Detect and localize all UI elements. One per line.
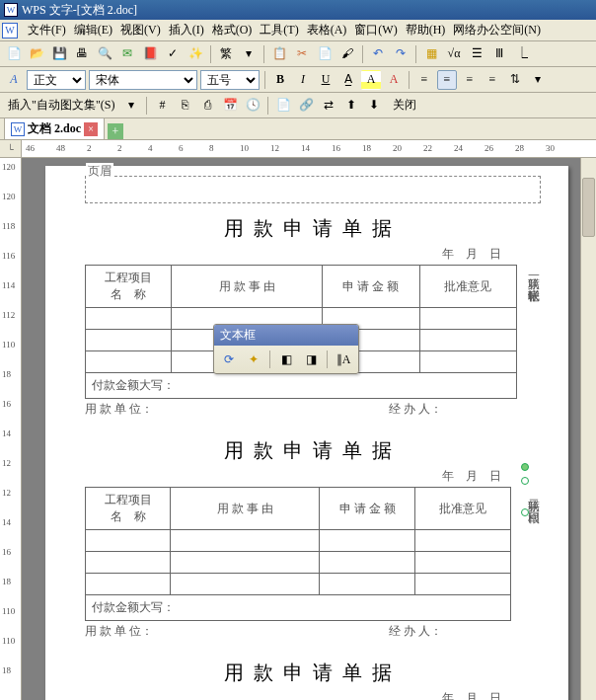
trad-button[interactable]: 繁: [216, 44, 236, 64]
paste-button[interactable]: 📄: [315, 44, 335, 64]
table-cell[interactable]: [320, 530, 415, 552]
menu-format[interactable]: 格式(O): [208, 20, 257, 40]
date-button[interactable]: 📅: [220, 96, 240, 116]
table-cell[interactable]: [86, 330, 172, 351]
align-right-button[interactable]: ≡: [460, 70, 480, 90]
amount-words-row[interactable]: 付款金额大写：: [86, 595, 511, 621]
size-combo[interactable]: 五号: [200, 70, 260, 90]
autotext-label[interactable]: 插入"自动图文集"(S): [4, 97, 118, 114]
vertical-ruler[interactable]: 1201201181161141121101816141212141618110…: [0, 158, 22, 700]
bold-button[interactable]: B: [270, 70, 290, 90]
table-cell[interactable]: [171, 552, 320, 574]
switch-hf-button[interactable]: ⇄: [319, 96, 338, 116]
prev-textbox-button[interactable]: ◧: [275, 349, 297, 370]
undo-button[interactable]: ↶: [368, 44, 388, 64]
table-cell[interactable]: [320, 552, 415, 574]
table-cell[interactable]: [419, 330, 516, 351]
more-button[interactable]: ▾: [528, 70, 548, 90]
pdf-button[interactable]: 📕: [140, 44, 160, 64]
copy-button[interactable]: 📋: [269, 44, 289, 64]
mail-button[interactable]: ✉: [117, 44, 137, 64]
align-justify-button[interactable]: ≡: [483, 70, 502, 90]
vertical-scrollbar[interactable]: [580, 158, 596, 700]
font-color-button[interactable]: A: [384, 70, 404, 90]
text-direction-button[interactable]: ∥A: [333, 349, 354, 370]
selection-handle[interactable]: [521, 508, 529, 516]
menu-table[interactable]: 表格(A): [303, 20, 351, 40]
menu-net[interactable]: 网络办公空间(N): [449, 20, 545, 40]
outline-button[interactable]: ⎿: [512, 44, 532, 64]
textbox-toolbar-title[interactable]: 文本框: [214, 325, 358, 346]
close-tab-icon[interactable]: ×: [84, 122, 98, 136]
format-painter-button[interactable]: 🖌: [337, 44, 357, 64]
save-button[interactable]: 💾: [49, 44, 69, 64]
menu-file[interactable]: 文件(F): [24, 20, 70, 40]
align-left-button[interactable]: ≡: [414, 70, 434, 90]
style-combo[interactable]: 正文: [27, 70, 86, 90]
new-tab-button[interactable]: +: [108, 123, 123, 139]
table-button[interactable]: ▦: [421, 44, 441, 64]
prev-section-button[interactable]: ⬆: [341, 96, 361, 116]
table-cell[interactable]: [86, 574, 171, 595]
document-tab[interactable]: W 文档 2.doc ×: [4, 117, 105, 139]
textbox-toolbar[interactable]: 文本框 ⟳ ✦ ◧ ◨ ∥A: [213, 324, 359, 374]
time-button[interactable]: 🕓: [243, 96, 262, 116]
link-prev-button[interactable]: 🔗: [296, 96, 316, 116]
next-textbox-button[interactable]: ◨: [300, 349, 322, 370]
next-section-button[interactable]: ⬇: [364, 96, 384, 116]
preview-button[interactable]: 🔍: [95, 44, 114, 64]
menu-help[interactable]: 帮助(H): [402, 20, 450, 40]
trad-dropdown[interactable]: ▾: [239, 44, 259, 64]
close-hf-button[interactable]: 关闭: [387, 95, 422, 116]
menu-tools[interactable]: 工具(T): [256, 20, 302, 40]
page-header-area[interactable]: 页眉: [85, 176, 541, 203]
amount-words-row[interactable]: 付款金额大写：: [86, 373, 517, 399]
menu-view[interactable]: 视图(V): [116, 20, 165, 40]
table-cell[interactable]: [419, 351, 516, 373]
equation-button[interactable]: √α: [444, 44, 464, 64]
italic-button[interactable]: I: [293, 70, 313, 90]
table-cell[interactable]: [86, 530, 171, 552]
spell-button[interactable]: ✓: [163, 44, 183, 64]
font-format-icon[interactable]: A: [4, 70, 24, 90]
menu-window[interactable]: 窗口(W): [350, 20, 401, 40]
ruler-button[interactable]: Ⅲ: [489, 44, 509, 64]
print-button[interactable]: 🖶: [72, 44, 92, 64]
new-button[interactable]: 📄: [4, 44, 24, 64]
font-combo[interactable]: 宋体: [89, 70, 197, 90]
strike-button[interactable]: A̲: [338, 70, 358, 90]
columns-button[interactable]: ☰: [467, 44, 486, 64]
selection-handle[interactable]: [521, 477, 529, 485]
page-count-button[interactable]: ⎘: [175, 96, 194, 116]
table-cell[interactable]: [415, 552, 511, 574]
table-cell[interactable]: [415, 574, 511, 595]
table-cell[interactable]: [86, 308, 172, 330]
document-canvas[interactable]: 页眉 用款申请单据 年 月 日 工程项目名 称 用 款 事 由 申 请 金 额 …: [22, 158, 596, 700]
table-cell[interactable]: [320, 574, 415, 595]
table-cell[interactable]: [171, 530, 320, 552]
highlight-button[interactable]: A: [361, 70, 381, 90]
table-cell[interactable]: [415, 530, 511, 552]
side-label-2[interactable]: 第二联 回根: [523, 487, 541, 506]
table-cell[interactable]: [419, 308, 516, 330]
page-setup-button[interactable]: 📄: [273, 96, 293, 116]
underline-button[interactable]: U: [316, 70, 335, 90]
scrollbar-thumb[interactable]: [582, 178, 595, 237]
format-pagenum-button[interactable]: ⎙: [197, 96, 217, 116]
table-cell[interactable]: [86, 351, 172, 373]
menu-edit[interactable]: 编辑(E): [70, 20, 116, 40]
menu-insert[interactable]: 插入(I): [165, 20, 208, 40]
link-textbox-button[interactable]: ⟳: [218, 349, 240, 370]
table-cell[interactable]: [86, 552, 171, 574]
rotation-handle[interactable]: [521, 463, 529, 471]
wizard-button[interactable]: ✨: [186, 44, 205, 64]
selected-textbox-wrap[interactable]: 第二联 回根: [517, 487, 541, 506]
ruler-corner[interactable]: └: [0, 140, 22, 158]
line-spacing-button[interactable]: ⇅: [505, 70, 525, 90]
align-center-button[interactable]: ≡: [437, 70, 457, 90]
horizontal-ruler[interactable]: └ 4648224681012141618202224262830: [0, 140, 596, 158]
page-num-button[interactable]: #: [152, 96, 172, 116]
break-link-button[interactable]: ✦: [243, 349, 264, 370]
redo-button[interactable]: ↷: [391, 44, 410, 64]
cut-button[interactable]: ✂: [292, 44, 312, 64]
